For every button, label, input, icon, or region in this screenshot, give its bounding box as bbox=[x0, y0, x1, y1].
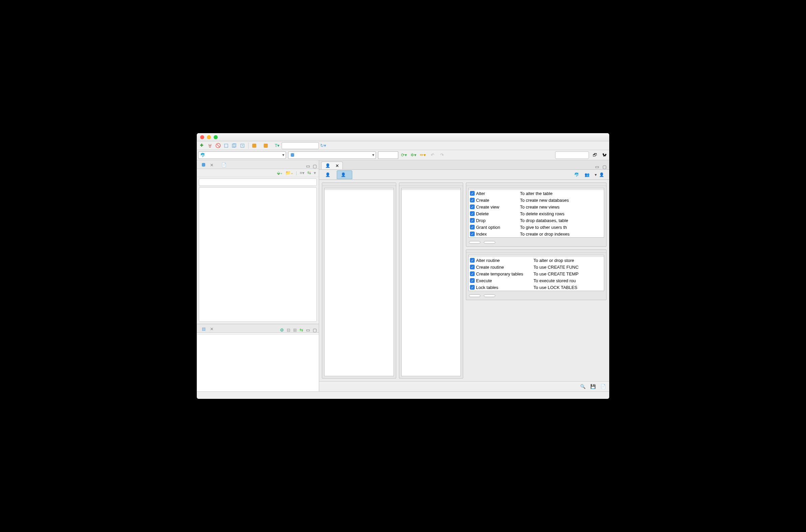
privilege-row[interactable]: ✓Create temporary tablesTo use CREATE TE… bbox=[469, 270, 604, 277]
database-icon bbox=[290, 152, 295, 158]
plug-icon[interactable] bbox=[206, 142, 214, 149]
tables-title bbox=[399, 183, 463, 186]
sql-editor-icon[interactable] bbox=[223, 142, 230, 149]
tx-log-icon[interactable]: ↻▾ bbox=[319, 142, 327, 149]
priv-col-description bbox=[519, 255, 604, 256]
quick-access-input[interactable] bbox=[555, 151, 589, 159]
subtab-schema-privileges[interactable]: 👤 bbox=[337, 170, 352, 179]
privilege-row[interactable]: ✓Grant optionTo give to other users th bbox=[469, 224, 604, 230]
tab-projects[interactable]: 📄 bbox=[219, 161, 231, 169]
navigator-tree[interactable] bbox=[199, 187, 317, 322]
checkbox[interactable]: ✓ bbox=[470, 198, 475, 203]
privilege-row[interactable]: ✓Create routineTo use CREATE FUNC bbox=[469, 264, 604, 270]
checkbox[interactable]: ✓ bbox=[470, 278, 475, 283]
disconnect-icon[interactable]: 🚫 bbox=[214, 142, 222, 149]
zoom-window-button[interactable] bbox=[214, 135, 218, 139]
stop-icon[interactable]: ✲▾ bbox=[410, 152, 417, 158]
close-icon[interactable]: ✕ bbox=[335, 163, 339, 168]
search-icon[interactable]: 🔍 bbox=[580, 384, 585, 389]
navigator-filter-input[interactable] bbox=[199, 178, 317, 186]
new-connection-toolbar-icon[interactable]: ⬙₊ bbox=[277, 170, 283, 175]
catalogs-header bbox=[324, 188, 329, 190]
eraser-icon[interactable]: ✏▾ bbox=[419, 152, 427, 158]
priv-col-privilege bbox=[469, 255, 519, 256]
status-bar bbox=[197, 392, 609, 399]
user-icon: 👤 bbox=[340, 172, 346, 177]
dbeaver-perspective-icon[interactable]: 🐿 bbox=[600, 152, 608, 158]
titlebar bbox=[197, 133, 609, 141]
clear-all-button[interactable] bbox=[484, 294, 495, 297]
rows-limit-input[interactable] bbox=[378, 151, 398, 159]
close-icon[interactable]: ✕ bbox=[210, 163, 214, 168]
priv-col-description bbox=[519, 188, 604, 190]
database-combo[interactable]: ▼ bbox=[288, 151, 376, 159]
tx-mode-icon[interactable]: T▾ bbox=[274, 142, 281, 149]
tables-panel bbox=[399, 183, 463, 379]
checkbox[interactable]: ✓ bbox=[470, 218, 475, 223]
check-all-button[interactable] bbox=[469, 294, 481, 297]
privilege-row[interactable]: ✓Alter routineTo alter or drop store bbox=[469, 257, 604, 264]
revert-button[interactable]: 📄 bbox=[600, 384, 606, 389]
minimize-icon[interactable]: ▭ bbox=[306, 327, 310, 332]
undo-icon[interactable]: ↶ bbox=[429, 152, 436, 158]
privilege-row[interactable]: ✓IndexTo create or drop indexes bbox=[469, 230, 604, 237]
project-tree[interactable] bbox=[197, 335, 319, 392]
recent-sql-icon[interactable] bbox=[239, 142, 246, 149]
maximize-icon[interactable]: ▢ bbox=[602, 164, 606, 169]
sql-script-icon[interactable] bbox=[230, 142, 238, 149]
minimize-icon[interactable]: ▭ bbox=[595, 164, 599, 169]
checkbox[interactable]: ✓ bbox=[470, 211, 475, 216]
minimize-window-button[interactable] bbox=[207, 135, 211, 139]
privilege-row[interactable]: ✓AlterTo alter the table bbox=[469, 190, 604, 197]
check-all-button[interactable] bbox=[469, 241, 481, 244]
privilege-row[interactable]: ✓DeleteTo delete existing rows bbox=[469, 210, 604, 217]
clear-all-button[interactable] bbox=[484, 241, 495, 244]
auto-commit-combo[interactable] bbox=[282, 142, 319, 149]
tab-project-general[interactable]: ▤ ✕ bbox=[199, 325, 216, 332]
collapse-all-icon[interactable]: ▾ bbox=[314, 170, 316, 175]
close-icon[interactable]: ✕ bbox=[210, 326, 214, 331]
configure-icon[interactable]: ⚙ bbox=[280, 327, 284, 332]
subtab-properties[interactable]: 👤 bbox=[321, 170, 337, 179]
checkbox[interactable]: ✓ bbox=[470, 231, 475, 236]
maximize-icon[interactable]: ▢ bbox=[313, 327, 317, 332]
privilege-row[interactable]: ✓DropTo drop databases, table bbox=[469, 217, 604, 224]
perspective-icon[interactable]: 🗗 bbox=[591, 152, 598, 158]
privilege-row[interactable]: ✓Lock tablesTo use LOCK TABLES bbox=[469, 284, 604, 291]
connection-combo[interactable]: 🐬 ▼ bbox=[198, 151, 286, 159]
svg-rect-7 bbox=[264, 144, 268, 148]
catalogs-list[interactable] bbox=[324, 190, 394, 376]
close-window-button[interactable] bbox=[200, 135, 204, 139]
refresh-icon[interactable]: ⟳▾ bbox=[400, 152, 408, 158]
table-privileges-title bbox=[466, 183, 606, 186]
checkbox[interactable]: ✓ bbox=[470, 225, 475, 229]
checkbox[interactable]: ✓ bbox=[470, 271, 475, 276]
checkbox[interactable]: ✓ bbox=[470, 205, 475, 209]
checkbox[interactable]: ✓ bbox=[470, 285, 475, 290]
tab-database-navigator[interactable]: ✕ bbox=[199, 161, 216, 169]
expand-icon[interactable]: ⊞ bbox=[293, 327, 297, 332]
other-privileges-list[interactable]: ✓Alter routineTo alter or drop store✓Cre… bbox=[469, 257, 604, 291]
editor-tab-demo[interactable]: 👤 ✕ bbox=[321, 162, 343, 169]
redo-icon[interactable]: ↷ bbox=[438, 152, 446, 158]
minimize-icon[interactable]: ▭ bbox=[306, 164, 310, 169]
link-editor-icon[interactable]: ⇆ bbox=[307, 170, 311, 175]
privilege-row[interactable]: ✓ExecuteTo execute stored rou bbox=[469, 277, 604, 284]
rollback-icon[interactable] bbox=[262, 142, 269, 149]
checkbox[interactable]: ✓ bbox=[470, 258, 475, 263]
user-icon: 👤 bbox=[599, 172, 604, 177]
commit-icon[interactable] bbox=[250, 142, 258, 149]
privilege-row[interactable]: ✓Create viewTo create new views bbox=[469, 204, 604, 210]
privilege-row[interactable]: ✓CreateTo create new databases bbox=[469, 197, 604, 204]
save-button[interactable]: 💾 bbox=[590, 384, 596, 389]
link-icon[interactable]: ⇆ bbox=[300, 327, 303, 332]
checkbox[interactable]: ✓ bbox=[470, 265, 475, 269]
tables-list[interactable] bbox=[402, 190, 461, 376]
checkbox[interactable]: ✓ bbox=[470, 191, 475, 196]
filter-toolbar-icon[interactable]: ≡▾ bbox=[300, 170, 305, 175]
new-folder-toolbar-icon[interactable]: 📁₊ bbox=[285, 170, 293, 175]
maximize-icon[interactable]: ▢ bbox=[313, 164, 317, 169]
table-privileges-list[interactable]: ✓AlterTo alter the table✓CreateTo create… bbox=[469, 190, 604, 237]
collapse-icon[interactable]: ⊟ bbox=[287, 327, 290, 332]
new-connection-icon[interactable] bbox=[198, 142, 206, 149]
